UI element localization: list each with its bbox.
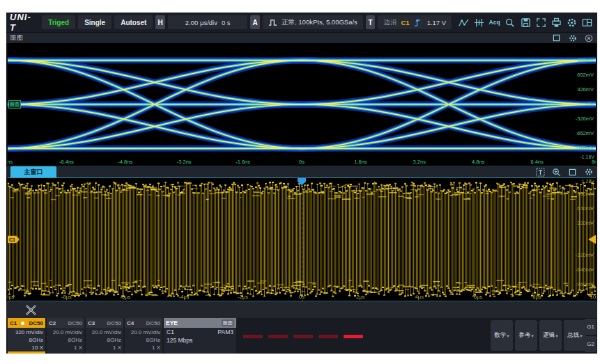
trigger-t-icon[interactable]: [536, 168, 545, 177]
eye-card-tag: 眼图: [222, 319, 234, 326]
eye-zero-tag[interactable]: 眼图: [8, 100, 21, 109]
main-plot[interactable]: C1 1.28V -10μs-8μs-6μs-4μs-2μs0s2μs4μs6μ…: [8, 177, 596, 301]
main-time-label: 8μs: [532, 294, 541, 300]
channel-name: C1: [10, 320, 17, 326]
main-time-label: -8μs: [61, 294, 72, 300]
channel-card-c1[interactable]: C1DC50 320 mV/div 8GHz 10 X: [8, 318, 45, 354]
layout-icon[interactable]: [581, 15, 594, 29]
screenshot-page: UNI-T Triged Single Autoset H 2.00 μs/di…: [0, 0, 600, 364]
eye-window-title: 眼图: [10, 33, 23, 42]
activity-dash: [243, 335, 263, 338]
eye-time-label: 1.6ns: [354, 159, 367, 165]
gear-icon[interactable]: [568, 33, 577, 42]
eye-voltage-label: -652mV: [576, 131, 594, 136]
channel-coupling: DC50: [68, 320, 82, 326]
activity-dash: [293, 335, 313, 338]
channel-scale: 20.0 mV/div: [86, 329, 121, 336]
eye-time-label: -4.8ns: [118, 159, 132, 165]
main-time-label: -10μs: [8, 294, 14, 300]
autoset-button[interactable]: Autoset: [114, 15, 153, 29]
print-icon[interactable]: [550, 15, 562, 29]
pulse-icon: [268, 18, 277, 27]
trigger-level-value: 1.17 V: [427, 19, 446, 26]
channel-coupling: DC50: [146, 320, 160, 326]
channel-probe: 1 X: [47, 344, 82, 351]
trigger-badge[interactable]: T: [366, 15, 376, 29]
channel-card-c2[interactable]: C2DC50 20.0 mV/div 8GHz 1 X: [47, 318, 84, 354]
activity-dashes: [243, 335, 363, 338]
single-button[interactable]: Single: [78, 15, 111, 29]
main-window-header: 主窗口: [6, 166, 597, 177]
acquire-settings[interactable]: 正常, 100kPts, 5.00GSa/s: [263, 15, 363, 29]
dropdown-arrow-icon: [507, 332, 509, 339]
dropdown-arrow-icon: [580, 332, 583, 339]
eye-plot[interactable]: 眼图 -1.16V -8ns-6.4ns-4.8ns-3.2ns-1.6ns0s…: [8, 43, 596, 166]
channel-coupling: DC50: [29, 320, 43, 326]
tab-main-window[interactable]: 主窗口: [10, 166, 56, 177]
eye-voltage-label: 652mV: [577, 72, 594, 78]
group-g1-button[interactable]: G1: [585, 319, 597, 335]
channel-bandwidth: 8GHz: [125, 336, 160, 344]
main-voltage-label: -640mV: [576, 267, 594, 273]
math-menu-label: 数学: [494, 331, 506, 340]
channel-probe: 10 X: [8, 344, 43, 351]
channel-bandwidth: 8GHz: [86, 336, 121, 344]
bus-menu-button[interactable]: 总线: [564, 320, 586, 351]
reference-menu-label: 参考: [518, 331, 530, 340]
save-icon[interactable]: [519, 15, 532, 29]
timebase-value: 2.00 μs/div: [185, 19, 217, 26]
group-g2-button[interactable]: G2: [585, 336, 597, 352]
trigger-status-button[interactable]: Triged: [42, 15, 75, 29]
search-icon[interactable]: [504, 15, 516, 29]
channel-card-c4[interactable]: C4DC50 20.0 mV/div 8GHz 1 X: [125, 318, 162, 354]
main-voltage-label: 960mV: [577, 191, 594, 197]
settings-icon[interactable]: [566, 15, 578, 29]
eye-status-card[interactable]: EYE 眼图 C1 PAM3 125 Mbps: [164, 318, 236, 354]
main-time-label: 4μs: [415, 294, 424, 300]
acq-icon[interactable]: Acq: [489, 15, 501, 29]
main-time-label: -2μs: [238, 294, 248, 300]
eye-voltage-label: 978mV: [577, 58, 594, 63]
channel-active-dot: [21, 322, 24, 325]
eye-time-label: -3.2ns: [177, 159, 192, 165]
dropdown-arrow-icon: [555, 332, 558, 339]
main-top-edge-label: 1.28V: [582, 179, 594, 184]
math-menu-button[interactable]: 数学: [491, 320, 513, 351]
trigger-source: C1: [401, 19, 409, 26]
dropdown-arrow-icon: [531, 332, 534, 339]
horizontal-settings[interactable]: 2.00 μs/div 0 s: [168, 15, 247, 29]
maximize-icon[interactable]: [568, 168, 577, 177]
main-time-label: 2μs: [356, 294, 364, 300]
gear-icon[interactable]: [584, 168, 593, 177]
trigger-type: 边沿: [383, 18, 397, 27]
eye-time-label: 8ns: [592, 159, 596, 165]
fullscreen-icon[interactable]: [534, 15, 547, 29]
trigger-settings[interactable]: 边沿 C1 1.17 V: [378, 15, 452, 29]
channel-bandwidth: 8GHz: [8, 336, 43, 344]
measure-icon[interactable]: [457, 15, 470, 29]
eye-card-bitrate: 125 Mbps: [167, 337, 192, 345]
channel-name: C4: [127, 320, 134, 326]
logic-menu-button[interactable]: 逻辑: [539, 320, 562, 351]
horizontal-badge[interactable]: H: [155, 15, 165, 29]
eye-voltage-label: 326mV: [577, 87, 594, 93]
main-voltage-label: 640mV: [577, 206, 594, 212]
main-time-label: 6μs: [474, 294, 482, 300]
reference-menu-button[interactable]: 参考: [515, 320, 537, 351]
eye-time-label: 0s: [299, 159, 305, 165]
acquire-badge[interactable]: A: [250, 15, 260, 29]
channel-probe: 1 X: [125, 344, 160, 351]
cursor-grid-icon[interactable]: [472, 15, 485, 29]
eye-time-label: -8ns: [8, 159, 13, 165]
maximize-icon[interactable]: [552, 33, 561, 42]
bottom-channel-bar: C1DC50 320 mV/div 8GHz 10 X C2DC50 20.0 …: [6, 318, 597, 354]
channel-card-c3[interactable]: C3DC50 20.0 mV/div 8GHz 1 X: [86, 318, 123, 354]
close-icon[interactable]: [584, 33, 593, 42]
zoom-in-icon[interactable]: [552, 168, 561, 177]
eye-card-source: C1: [167, 329, 174, 336]
main-time-label: -4μs: [179, 294, 190, 300]
acq-icon-label: Acq: [489, 19, 500, 26]
tools-cross-icon[interactable]: [24, 303, 37, 316]
brand-logo: UNI-T: [10, 13, 35, 33]
eye-diagram-svg: [8, 43, 596, 166]
